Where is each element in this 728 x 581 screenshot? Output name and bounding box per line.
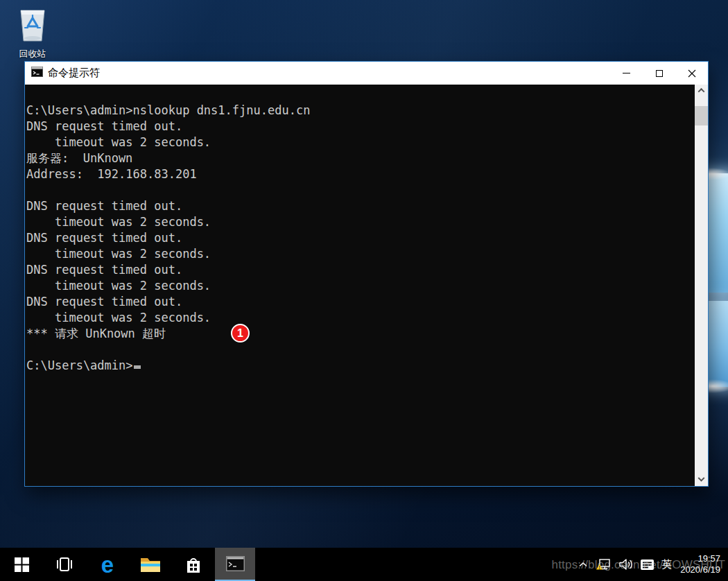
minimize-button[interactable]: [610, 62, 643, 85]
edge-browser-button[interactable]: e: [86, 548, 129, 581]
tray-volume-button[interactable]: [615, 548, 636, 581]
console-line: [26, 342, 693, 358]
console-line: [26, 182, 693, 198]
console-line: C:\Users\admin>: [26, 358, 693, 374]
chevron-up-icon: [698, 88, 705, 95]
console-line: Address: 192.168.83.201: [26, 166, 693, 182]
system-tray: 英 19:57 2020/6/19: [575, 548, 728, 581]
console-line: timeout was 2 seconds.: [26, 310, 693, 326]
network-warning-icon: [595, 558, 612, 571]
store-icon: [185, 555, 202, 574]
console-line: C:\Users\admin>nslookup dns1.fjnu.edu.cn: [26, 103, 693, 119]
minimize-icon: [623, 73, 630, 73]
store-button[interactable]: [172, 548, 215, 581]
desktop: 回收站 命令提示符: [0, 0, 728, 581]
file-explorer-icon: [140, 556, 161, 573]
scrollbar-down-button[interactable]: [695, 474, 708, 486]
edge-icon: e: [101, 553, 114, 576]
task-view-button[interactable]: [43, 548, 86, 581]
console-line: DNS request timed out.: [26, 119, 693, 135]
clock-time: 19:57: [680, 553, 720, 564]
tray-clock[interactable]: 19:57 2020/6/19: [675, 548, 722, 581]
command-prompt-window: 命令提示符 C:\Users\admin>nslookup dns1.fjnu.…: [24, 61, 709, 487]
task-view-icon: [55, 557, 74, 572]
close-button[interactable]: [675, 62, 708, 85]
maximize-icon: [656, 70, 663, 77]
command-prompt-icon: [226, 556, 245, 571]
console-line: *** 请求 UnKnown 超时: [26, 326, 693, 342]
recycle-bin-desktop-icon[interactable]: 回收站: [8, 6, 57, 60]
close-icon: [688, 69, 696, 78]
console-line: timeout was 2 seconds.: [26, 278, 693, 294]
ime-language-label: 英: [661, 558, 672, 571]
console-line: timeout was 2 seconds.: [26, 135, 693, 150]
console-line: timeout was 2 seconds.: [26, 214, 693, 230]
tray-network-button[interactable]: [591, 548, 615, 581]
window-title: 命令提示符: [48, 67, 100, 80]
console-area[interactable]: C:\Users\admin>nslookup dns1.fjnu.edu.cn…: [25, 85, 708, 486]
tray-action-center-button[interactable]: [636, 548, 658, 581]
scrollbar-up-button[interactable]: [695, 85, 708, 96]
annotation-badge-1: 1: [231, 324, 250, 342]
file-explorer-button[interactable]: [129, 548, 172, 581]
taskbar: e: [0, 548, 728, 581]
chevron-down-icon: [698, 475, 705, 482]
console-scrollbar[interactable]: [695, 85, 708, 486]
console-line: DNS request timed out.: [26, 294, 693, 310]
action-center-icon: [640, 558, 655, 571]
maximize-button[interactable]: [643, 62, 675, 85]
tray-show-hidden-icons-button[interactable]: [575, 548, 591, 581]
windows-logo-icon: [15, 557, 29, 572]
window-titlebar[interactable]: 命令提示符: [25, 62, 708, 85]
cmd-window-icon: [31, 67, 43, 80]
speaker-icon: [618, 558, 633, 571]
console-line: DNS request timed out.: [26, 198, 693, 214]
recycle-bin-icon: [15, 35, 51, 46]
console-line: timeout was 2 seconds.: [26, 246, 693, 262]
tray-ime-indicator[interactable]: 英: [658, 548, 675, 581]
console-output: C:\Users\admin>nslookup dns1.fjnu.edu.cn…: [26, 103, 693, 374]
console-line: DNS request timed out.: [26, 230, 693, 246]
text-cursor: [134, 365, 141, 369]
recycle-bin-label: 回收站: [8, 48, 57, 60]
chevron-up-icon: [578, 561, 588, 568]
start-button[interactable]: [0, 548, 43, 581]
console-line: DNS request timed out.: [26, 262, 693, 278]
console-line: 服务器: UnKnown: [26, 150, 693, 166]
clock-date: 2020/6/19: [680, 564, 720, 575]
taskbar-command-prompt-button[interactable]: [215, 548, 255, 581]
scrollbar-thumb[interactable]: [695, 106, 708, 125]
